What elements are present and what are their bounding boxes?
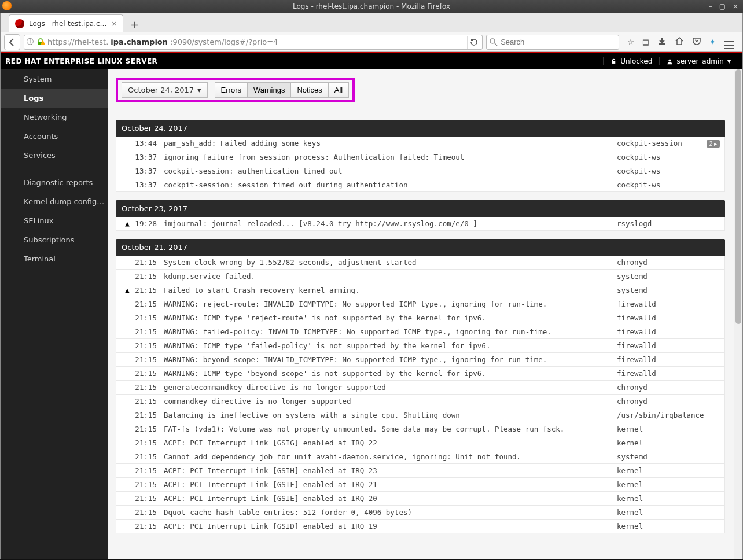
- log-time: 21:15: [134, 286, 161, 294]
- log-row[interactable]: 13:37cockpit-session: session timed out …: [116, 178, 725, 192]
- log-row[interactable]: 21:15Dquot-cache hash table entries: 512…: [116, 506, 725, 520]
- back-button[interactable]: [4, 34, 20, 50]
- sidebar-item-system[interactable]: System: [1, 69, 108, 89]
- url-host: ipa.champion: [111, 38, 168, 46]
- log-time: 13:37: [134, 180, 161, 189]
- svg-point-2: [490, 39, 495, 43]
- log-row[interactable]: 21:15WARNING: reject-route: INVALID_ICMP…: [116, 297, 725, 311]
- log-row[interactable]: 13:44pam_ssh_add: Failed adding some key…: [116, 137, 725, 150]
- os-titlebar: Logs - rhel-test.ipa.champion - Mozilla …: [0, 0, 743, 13]
- user-menu[interactable]: server_admin ▾: [659, 57, 738, 65]
- filter-notices-button[interactable]: Notices: [290, 83, 328, 97]
- sidebar-item-terminal[interactable]: Terminal: [1, 249, 108, 268]
- log-row[interactable]: 21:15WARNING: failed-policy: INVALID_ICM…: [116, 325, 725, 339]
- new-tab-button[interactable]: +: [127, 17, 143, 32]
- log-source: kernel: [612, 494, 699, 503]
- log-message: Balancing is ineffective on systems with…: [161, 411, 612, 419]
- svg-point-5: [669, 59, 671, 61]
- log-row[interactable]: 21:15Balancing is ineffective on systems…: [116, 408, 725, 422]
- log-row[interactable]: ▲19:28imjournal: journal reloaded... [v8…: [116, 217, 725, 231]
- log-source: /usr/sbin/irqbalance: [612, 411, 699, 419]
- addon-icon[interactable]: ✦: [709, 38, 716, 46]
- log-row[interactable]: 21:15ACPI: PCI Interrupt Link [GSIH] ena…: [116, 464, 725, 478]
- date-dropdown[interactable]: October 24, 2017 ▾: [122, 82, 208, 98]
- privilege-lock[interactable]: Unlocked: [603, 57, 659, 65]
- log-row[interactable]: 21:15generatecommandkey directive is no …: [116, 381, 725, 395]
- log-row[interactable]: 21:15WARNING: ICMP type 'beyond-scope' i…: [116, 367, 725, 381]
- log-time: 21:15: [134, 369, 161, 378]
- sidebar-item-networking[interactable]: Networking: [1, 108, 108, 127]
- log-row[interactable]: ▲21:15Failed to start Crash recovery ker…: [116, 283, 725, 297]
- log-row[interactable]: 21:15ACPI: PCI Interrupt Link [GSIG] ena…: [116, 436, 725, 450]
- log-time: 21:15: [134, 466, 161, 475]
- log-row[interactable]: 21:15commandkey directive is no longer s…: [116, 395, 725, 408]
- filter-errors-button[interactable]: Errors: [215, 83, 247, 97]
- sidebar-item-subscriptions[interactable]: Subscriptions: [1, 230, 108, 249]
- tab-close-icon[interactable]: ×: [112, 19, 117, 28]
- sidebar-item-services[interactable]: Services: [1, 146, 108, 165]
- scrollbar[interactable]: [734, 69, 742, 559]
- log-row[interactable]: 13:37cockpit-session: authentication tim…: [116, 164, 725, 178]
- log-row[interactable]: 21:15ACPI: PCI Interrupt Link [GSIE] ena…: [116, 492, 725, 506]
- downloads-icon[interactable]: [657, 36, 667, 47]
- log-row[interactable]: 21:15ACPI: PCI Interrupt Link [GSID] ena…: [116, 520, 725, 533]
- clipboard-icon[interactable]: ▤: [642, 38, 649, 46]
- sidebar-item-accounts[interactable]: Accounts: [1, 127, 108, 146]
- log-message: WARNING: reject-route: INVALID_ICMPTYPE:…: [161, 300, 612, 308]
- filter-warnings-button[interactable]: Warnings: [247, 83, 290, 97]
- scrollbar-thumb[interactable]: [735, 69, 741, 324]
- log-row[interactable]: 13:37ignoring failure from session proce…: [116, 150, 725, 164]
- browser-search[interactable]: [486, 35, 619, 50]
- log-message: commandkey directive is no longer suppor…: [161, 397, 612, 406]
- log-row[interactable]: 21:15System clock wrong by 1.552782 seco…: [116, 256, 725, 270]
- log-message: WARNING: beyond-scope: INVALID_ICMPTYPE:…: [161, 355, 612, 364]
- filter-all-button[interactable]: All: [328, 83, 348, 97]
- brand-text: RED HAT ENTERPRISE LINUX SERVER: [5, 57, 603, 65]
- reload-button[interactable]: [467, 36, 480, 49]
- menu-button[interactable]: [724, 35, 734, 49]
- warning-icon: ▲: [121, 219, 134, 228]
- search-input[interactable]: [501, 38, 616, 46]
- bookmark-star-icon[interactable]: ☆: [627, 38, 634, 46]
- log-time: 21:15: [134, 383, 161, 392]
- log-message: ACPI: PCI Interrupt Link [GSIH] enabled …: [161, 466, 612, 475]
- search-icon: [489, 38, 498, 47]
- log-row[interactable]: 21:15WARNING: ICMP type 'reject-route' i…: [116, 311, 725, 325]
- log-row[interactable]: 21:15Cannot add dependency job for unit …: [116, 450, 725, 464]
- sidebar-item-kernel-dump-configura-[interactable]: Kernel dump configura…: [1, 192, 108, 211]
- home-icon[interactable]: [675, 36, 684, 47]
- log-source: kernel: [612, 439, 699, 447]
- warning-icon: ▲: [121, 286, 134, 294]
- browser-tab-active[interactable]: Logs - rhel-test.ipa.cha ×: [9, 14, 123, 32]
- tab-title: Logs - rhel-test.ipa.cha: [29, 20, 107, 28]
- log-row[interactable]: 21:15FAT-fs (vda1): Volume was not prope…: [116, 422, 725, 436]
- favicon-icon: [15, 19, 24, 28]
- log-row[interactable]: 21:15WARNING: ICMP type 'failed-policy' …: [116, 339, 725, 353]
- log-row[interactable]: 21:15kdump.service failed.systemd: [116, 270, 725, 283]
- log-message: kdump.service failed.: [161, 272, 612, 281]
- os-window-controls[interactable]: – ▢ ×: [709, 0, 741, 13]
- sidebar-item-diagnostic-reports[interactable]: Diagnostic reports: [1, 173, 108, 192]
- sidebar-item-logs[interactable]: Logs: [1, 89, 108, 108]
- log-time: 21:15: [134, 480, 161, 489]
- url-bar[interactable]: ⓘ https://rhel-test.ipa.champion:9090/sy…: [24, 35, 483, 50]
- url-input-hidden[interactable]: [280, 38, 465, 46]
- log-message: WARNING: ICMP type 'beyond-scope' is not…: [161, 369, 612, 378]
- caret-down-icon: ▾: [197, 86, 201, 94]
- log-time: 21:15: [134, 494, 161, 503]
- unlocked-icon: [610, 58, 617, 65]
- log-source: firewalld: [612, 369, 699, 378]
- log-time: 21:15: [134, 258, 161, 267]
- pocket-icon[interactable]: [692, 36, 701, 47]
- log-time: 13:37: [134, 153, 161, 161]
- log-source: chronyd: [612, 397, 699, 406]
- log-source: kernel: [612, 466, 699, 475]
- sidebar-item-selinux[interactable]: SELinux: [1, 211, 108, 230]
- log-row[interactable]: 21:15ACPI: PCI Interrupt Link [GSIF] ena…: [116, 478, 725, 492]
- log-row[interactable]: 21:15WARNING: beyond-scope: INVALID_ICMP…: [116, 353, 725, 367]
- logs-container: October 24, 201713:44pam_ssh_add: Failed…: [116, 120, 725, 533]
- identity-block[interactable]: ⓘ: [27, 37, 45, 47]
- log-source: cockpit-ws: [612, 180, 699, 189]
- log-source: kernel: [612, 425, 699, 433]
- log-message: WARNING: failed-policy: INVALID_ICMPTYPE…: [161, 327, 612, 336]
